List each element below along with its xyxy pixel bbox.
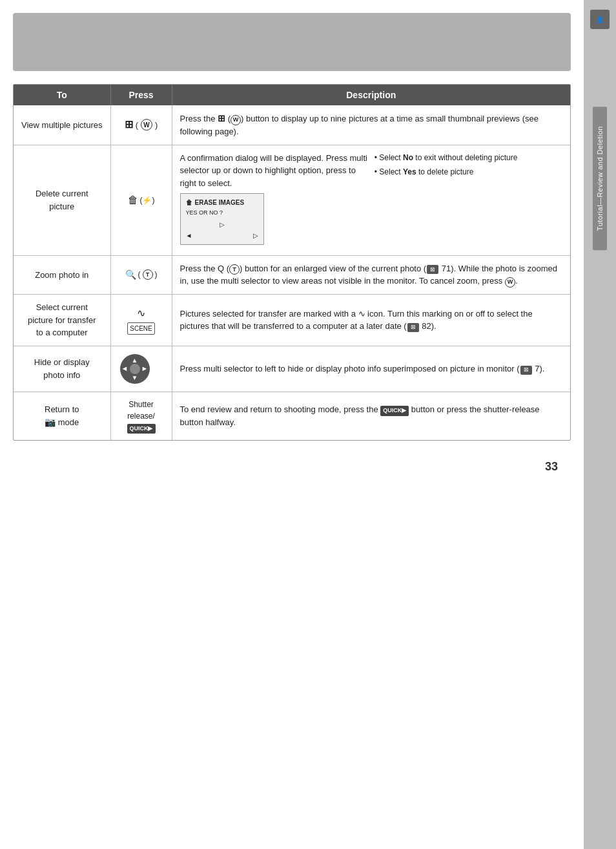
w-cancel-icon: W [505, 277, 515, 288]
row-desc-view-multiple: Press the ⊞ (W) button to display up to … [172, 105, 570, 145]
t-circle-icon: T [143, 269, 153, 280]
table-container: To Press Description View multiple pictu… [13, 84, 571, 441]
delete-desc-container: A confirmation dialog will be displayed.… [180, 152, 563, 249]
bracket-icon: ( [136, 119, 138, 132]
table-row: Delete currentpicture 🗑 (⚡) A confirmati… [14, 145, 570, 255]
w-icon: W [141, 119, 152, 131]
trash-icon: 🗑 [128, 193, 138, 208]
sidebar-tab: Tutorial—Review and Deletion [593, 107, 607, 250]
ref-icon-zoom: ⊠ [427, 265, 438, 274]
col-header-description: Description [172, 85, 570, 105]
sidebar-person-icon: 👤 [590, 10, 610, 29]
row-press-return: Shutter release/ QUICK▶ [110, 392, 172, 440]
col-header-to: To [14, 85, 110, 105]
row-desc-delete: A confirmation dialog will be displayed.… [172, 145, 570, 255]
bracket-close-icon: ) [155, 119, 158, 132]
table-row: Hide or displayphoto info ◄ ► ▲ ▼ [14, 346, 570, 392]
page-number-area: 33 [13, 441, 571, 480]
row-desc-transfer: Pictures selected for transfer are marke… [172, 295, 570, 346]
col-header-press: Press [110, 85, 172, 105]
erase-arrow: ▷ [220, 221, 225, 228]
lightning-icon: (⚡) [140, 194, 155, 206]
main-content: To Press Description View multiple pictu… [0, 0, 584, 849]
row-press-delete: 🗑 (⚡) [110, 145, 172, 255]
row-to-view-multiple: View multiple pictures [14, 105, 110, 145]
table-row: Zoom photo in 🔍 ( T ) Press the Q (T) bu… [14, 255, 570, 295]
camera-icon-small: 📷 [45, 417, 56, 427]
row-to-photoinfo: Hide or displayphoto info [14, 346, 110, 392]
delete-desc-text: A confirmation dialog will be displayed.… [180, 152, 368, 249]
row-to-return: Return to 📷 mode [14, 392, 110, 440]
erase-right-arrow: ▷ [253, 231, 258, 240]
top-gray-bar [13, 13, 571, 71]
quick-button-desc: QUICK▶ [380, 406, 409, 416]
row-desc-return: To end review and return to shooting mod… [172, 392, 570, 440]
multi-selector-icon: ◄ ► ▲ ▼ [119, 353, 151, 385]
page-number: 33 [545, 460, 558, 474]
reference-table: To Press Description View multiple pictu… [14, 85, 570, 440]
row-to-transfer: Select currentpicture for transferto a c… [14, 295, 110, 346]
row-to-delete: Delete currentpicture [14, 145, 110, 255]
erase-left-arrow: ◄ [186, 231, 192, 240]
sidebar: 👤 Tutorial—Review and Deletion [584, 0, 616, 849]
table-row: Return to 📷 mode Shutter release/ QUICK▶ [14, 392, 570, 440]
ref-icon-transfer: ⊠ [407, 323, 419, 332]
thumbnail-grid-icon: ⊞ [125, 117, 133, 132]
row-desc-zoom: Press the Q (T) button for an enlarged v… [172, 255, 570, 295]
row-press-zoom: 🔍 ( T ) [110, 255, 172, 295]
scene-button: SCENE [127, 322, 154, 335]
table-row: Select currentpicture for transferto a c… [14, 295, 570, 346]
row-desc-photoinfo: Press multi selector to left to hide or … [172, 346, 570, 392]
erase-trash-icon: 🗑 [186, 198, 192, 207]
page-wrapper: To Press Description View multiple pictu… [0, 0, 616, 849]
transfer-wave-icon: ∿ [137, 306, 145, 321]
row-press-view-multiple: ⊞ ( W ) [110, 105, 172, 145]
delete-bullets: • Select No to exit without deleting pic… [375, 152, 562, 180]
quick-button: QUICK▶ [127, 424, 156, 434]
row-press-transfer: ∿ SCENE [110, 295, 172, 346]
row-press-photoinfo: ◄ ► ▲ ▼ [110, 346, 172, 392]
row-to-zoom: Zoom photo in [14, 255, 110, 295]
table-row: View multiple pictures ⊞ ( W ) Press the [14, 105, 570, 145]
erase-dialog: 🗑 ERASE IMAGES YES OR NO ? ▷ ◄ ▷ [180, 193, 264, 245]
ref-icon-photoinfo: ⊠ [520, 366, 532, 375]
magnify-icon: 🔍 [125, 268, 136, 282]
